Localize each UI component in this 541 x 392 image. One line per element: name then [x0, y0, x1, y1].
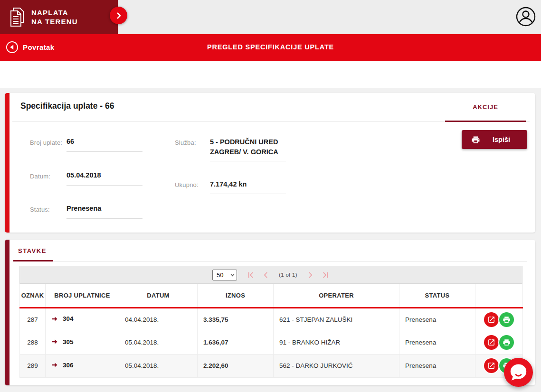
- broj-uplate-value: 66: [66, 138, 74, 145]
- row-datum: 05.04.2018.: [119, 331, 198, 354]
- app-title-line2: NA TERENU: [31, 17, 78, 26]
- row-iznos: 1.636,07: [198, 331, 274, 354]
- items-card: STAVKE 50 (1 of 1): [5, 240, 535, 385]
- app-title: NAPLATA NA TERENU: [31, 8, 78, 26]
- row-oznaka-link[interactable]: 287: [20, 308, 46, 331]
- page: NAPLATA NA TERENU Povratak PREGLED SPECI…: [0, 0, 541, 392]
- sluzba-value: 5 - PODRUČNI URED ZAGREB/ V. GORICA: [210, 137, 290, 157]
- table-row: 287 304 04.04.2018. 3.335,75 621 - STJEP…: [20, 308, 523, 331]
- row-operater: 91 - BRANKO HIŽAR: [274, 331, 399, 354]
- chat-bubble-icon: [504, 358, 533, 387]
- header-oznaka[interactable]: OZNAK: [20, 284, 46, 308]
- open-in-new-icon: [487, 316, 495, 324]
- print-button[interactable]: Ispiši: [462, 130, 527, 149]
- seek-first-icon: [247, 271, 255, 279]
- page-report: (1 of 1): [279, 272, 297, 278]
- pager-last-button[interactable]: [321, 271, 330, 280]
- arrow-right-icon: [51, 316, 58, 322]
- row-broj-uplatnice-cell: 306: [46, 354, 119, 377]
- chevron-right-icon: [114, 11, 123, 20]
- chevron-right-icon: [307, 271, 314, 279]
- row-iznos: 3.335,75: [198, 308, 274, 331]
- chevron-left-icon: [262, 271, 269, 279]
- app-title-line1: NAPLATA: [31, 8, 78, 17]
- paginator: 50 (1 of 1): [19, 266, 522, 284]
- documents-icon: [8, 7, 27, 28]
- page-title: PREGLED SPECIFIKACIJE UPLATE: [0, 43, 541, 51]
- header-filter-line: [50, 303, 114, 303]
- row-open-button[interactable]: [484, 312, 499, 327]
- field-underline: [210, 194, 286, 194]
- ukupno-value: 7.174,42 kn: [210, 180, 247, 188]
- printer-icon: [503, 338, 511, 346]
- seek-last-icon: [322, 271, 329, 279]
- row-status: Prenesena: [399, 308, 475, 331]
- row-broj-uplatnice-cell: 304: [46, 308, 119, 331]
- row-actions-cell: [475, 331, 523, 354]
- field-underline: [66, 218, 142, 219]
- status-value: Prenesena: [66, 205, 101, 212]
- specification-title: Specifikacija uplate - 66: [20, 101, 114, 111]
- row-iznos: 2.202,60: [198, 354, 274, 377]
- header-iznos[interactable]: IZNOS: [198, 284, 274, 308]
- header-filter-line: [282, 303, 391, 303]
- specification-card-header: Specifikacija uplate - 66 AKCIJE: [12, 93, 530, 121]
- header-filter-line: [23, 303, 42, 303]
- row-broj-uplatnice: 305: [63, 338, 74, 345]
- field-underline: [66, 185, 142, 186]
- printer-icon: [471, 135, 480, 144]
- header-actions: [475, 284, 523, 308]
- status-label: Status:: [30, 206, 50, 213]
- table-body: 287 304 04.04.2018. 3.335,75 621 - STJEP…: [20, 308, 523, 377]
- row-status: Prenesena: [399, 354, 475, 377]
- pager-prev-button[interactable]: [261, 271, 270, 280]
- row-datum: 04.04.2018.: [119, 308, 198, 331]
- row-open-button[interactable]: [484, 358, 499, 373]
- specification-card: Specifikacija uplate - 66 AKCIJE Broj up…: [5, 93, 535, 233]
- row-print-button[interactable]: [499, 335, 514, 350]
- field-underline: [210, 161, 286, 161]
- open-in-new-icon: [487, 338, 495, 346]
- row-operater: 562 - DARKO JURKOVIĆ: [274, 354, 399, 377]
- chat-widget-button[interactable]: [504, 358, 533, 387]
- header-operater[interactable]: OPERATER: [274, 284, 399, 308]
- items-table: OZNAK BROJ UPLATNICE DATUM IZNOS OPERATE…: [19, 284, 523, 378]
- tab-divider: [13, 261, 527, 261]
- row-operater: 621 - STJEPAN ZALUŠKI: [274, 308, 399, 331]
- tab-stavke[interactable]: STAVKE: [18, 247, 47, 254]
- sluzba-label: Služba:: [175, 139, 196, 146]
- user-account-button[interactable]: [515, 6, 536, 27]
- row-oznaka-link[interactable]: 288: [20, 331, 46, 354]
- row-broj-uplatnice: 304: [63, 315, 74, 322]
- row-status: Prenesena: [399, 331, 475, 354]
- tab-active-underline: [13, 260, 53, 261]
- page-header-bar: Povratak PREGLED SPECIFIKACIJE UPLATE: [0, 34, 541, 61]
- page-size-select-wrap: 50: [212, 270, 237, 280]
- broj-uplate-label: Broj uplate:: [30, 139, 62, 146]
- brand-header: NAPLATA NA TERENU: [0, 0, 118, 34]
- pager-first-button[interactable]: [247, 271, 256, 280]
- ukupno-label: Ukupno:: [175, 181, 199, 188]
- page-size-select[interactable]: 50: [212, 270, 237, 280]
- row-broj-uplatnice: 306: [63, 362, 74, 369]
- row-broj-uplatnice-cell: 305: [46, 331, 119, 354]
- header-status[interactable]: STATUS: [399, 284, 475, 308]
- arrow-right-icon: [51, 362, 58, 368]
- pager-next-button[interactable]: [306, 271, 315, 280]
- datum-label: Datum:: [30, 173, 50, 180]
- tab-akcije[interactable]: AKCIJE: [445, 93, 526, 122]
- row-oznaka-link[interactable]: 289: [20, 354, 46, 377]
- sub-header-strip: [0, 61, 541, 88]
- header-datum[interactable]: DATUM: [119, 284, 198, 308]
- field-underline: [66, 151, 142, 152]
- row-print-button[interactable]: [499, 312, 514, 327]
- row-open-button[interactable]: [484, 335, 499, 350]
- print-button-label: Ispiši: [493, 136, 510, 143]
- printer-icon: [503, 316, 511, 324]
- top-bar: NAPLATA NA TERENU: [0, 0, 541, 34]
- row-actions-cell: [475, 308, 523, 331]
- sidebar-toggle-button[interactable]: [110, 7, 127, 24]
- table-header-row: OZNAK BROJ UPLATNICE DATUM IZNOS OPERATE…: [20, 284, 523, 308]
- header-broj-uplatnice[interactable]: BROJ UPLATNICE: [46, 284, 119, 308]
- arrow-right-icon: [51, 338, 58, 345]
